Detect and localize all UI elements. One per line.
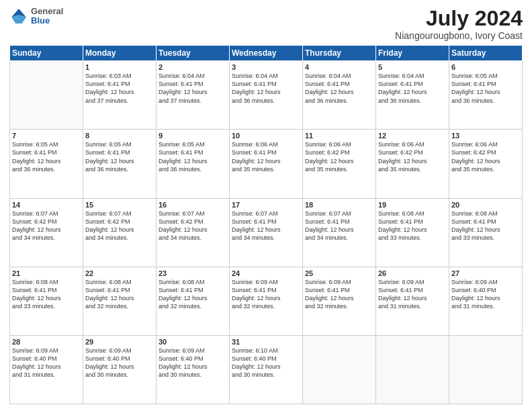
- weekday-sunday: Sunday: [10, 46, 83, 61]
- calendar-cell: 14Sunrise: 6:07 AM Sunset: 6:42 PM Dayli…: [10, 198, 83, 267]
- day-number: 2: [159, 63, 227, 71]
- cell-info: Sunrise: 6:09 AM Sunset: 6:41 PM Dayligh…: [305, 278, 373, 311]
- calendar-cell: 1Sunrise: 6:03 AM Sunset: 6:41 PM Daylig…: [83, 61, 157, 130]
- day-number: 15: [85, 201, 154, 209]
- day-number: 24: [232, 269, 300, 277]
- cell-info: Sunrise: 6:07 AM Sunset: 6:41 PM Dayligh…: [305, 210, 373, 242]
- calendar-cell: 23Sunrise: 6:08 AM Sunset: 6:41 PM Dayli…: [157, 267, 230, 335]
- cell-info: Sunrise: 6:07 AM Sunset: 6:42 PM Dayligh…: [159, 210, 227, 242]
- day-number: 1: [85, 63, 154, 71]
- day-number: 18: [305, 201, 373, 209]
- calendar-cell: 21Sunrise: 6:08 AM Sunset: 6:41 PM Dayli…: [10, 267, 83, 335]
- calendar-cell: 2Sunrise: 6:04 AM Sunset: 6:41 PM Daylig…: [157, 61, 230, 130]
- calendar-cell: [449, 335, 523, 404]
- calendar-cell: 27Sunrise: 6:09 AM Sunset: 6:40 PM Dayli…: [449, 267, 523, 335]
- calendar-cell: 25Sunrise: 6:09 AM Sunset: 6:41 PM Dayli…: [303, 267, 376, 335]
- weekday-tuesday: Tuesday: [157, 46, 230, 61]
- cell-info: Sunrise: 6:03 AM Sunset: 6:41 PM Dayligh…: [85, 72, 154, 105]
- cell-info: Sunrise: 6:06 AM Sunset: 6:42 PM Dayligh…: [378, 140, 447, 173]
- cell-info: Sunrise: 6:06 AM Sunset: 6:41 PM Dayligh…: [232, 140, 300, 173]
- logo-blue: Blue: [31, 16, 63, 26]
- title-block: July 2024 Niangourougbono, Ivory Coast: [395, 7, 523, 41]
- logo-text: General Blue: [31, 7, 63, 26]
- logo: General Blue: [9, 7, 63, 26]
- day-number: 30: [159, 338, 227, 346]
- calendar-cell: 11Sunrise: 6:06 AM Sunset: 6:42 PM Dayli…: [303, 130, 376, 198]
- calendar-cell: 6Sunrise: 6:05 AM Sunset: 6:41 PM Daylig…: [449, 61, 523, 130]
- cell-info: Sunrise: 6:09 AM Sunset: 6:40 PM Dayligh…: [85, 347, 154, 379]
- calendar-cell: 15Sunrise: 6:07 AM Sunset: 6:42 PM Dayli…: [83, 198, 157, 267]
- day-number: 29: [85, 338, 154, 346]
- cell-info: Sunrise: 6:08 AM Sunset: 6:41 PM Dayligh…: [12, 278, 81, 311]
- calendar-cell: 29Sunrise: 6:09 AM Sunset: 6:40 PM Dayli…: [83, 335, 157, 404]
- weekday-thursday: Thursday: [303, 46, 376, 61]
- day-number: 4: [305, 63, 373, 71]
- calendar-cell: 4Sunrise: 6:04 AM Sunset: 6:41 PM Daylig…: [303, 61, 376, 130]
- header: General Blue July 2024 Niangourougbono, …: [9, 7, 523, 41]
- calendar-week-4: 28Sunrise: 6:09 AM Sunset: 6:40 PM Dayli…: [10, 335, 523, 404]
- day-number: 7: [12, 132, 81, 140]
- calendar-cell: 3Sunrise: 6:04 AM Sunset: 6:41 PM Daylig…: [230, 61, 303, 130]
- calendar-cell: 20Sunrise: 6:08 AM Sunset: 6:41 PM Dayli…: [449, 198, 523, 267]
- day-number: 12: [378, 132, 447, 140]
- cell-info: Sunrise: 6:04 AM Sunset: 6:41 PM Dayligh…: [305, 72, 373, 105]
- day-number: 14: [12, 201, 81, 209]
- day-number: 21: [12, 269, 81, 277]
- cell-info: Sunrise: 6:07 AM Sunset: 6:42 PM Dayligh…: [12, 210, 81, 242]
- weekday-saturday: Saturday: [449, 46, 523, 61]
- page: General Blue July 2024 Niangourougbono, …: [0, 0, 532, 411]
- subtitle: Niangourougbono, Ivory Coast: [395, 30, 523, 41]
- calendar-cell: 30Sunrise: 6:09 AM Sunset: 6:40 PM Dayli…: [157, 335, 230, 404]
- day-number: 22: [85, 269, 154, 277]
- weekday-row: SundayMondayTuesdayWednesdayThursdayFrid…: [10, 46, 523, 61]
- calendar: SundayMondayTuesdayWednesdayThursdayFrid…: [9, 45, 523, 404]
- cell-info: Sunrise: 6:09 AM Sunset: 6:41 PM Dayligh…: [232, 278, 300, 311]
- cell-info: Sunrise: 6:05 AM Sunset: 6:41 PM Dayligh…: [12, 140, 81, 173]
- cell-info: Sunrise: 6:07 AM Sunset: 6:41 PM Dayligh…: [232, 210, 300, 242]
- day-number: 17: [232, 201, 300, 209]
- cell-info: Sunrise: 6:05 AM Sunset: 6:41 PM Dayligh…: [159, 140, 227, 173]
- calendar-cell: 10Sunrise: 6:06 AM Sunset: 6:41 PM Dayli…: [230, 130, 303, 198]
- cell-info: Sunrise: 6:10 AM Sunset: 6:40 PM Dayligh…: [232, 347, 300, 379]
- cell-info: Sunrise: 6:09 AM Sunset: 6:40 PM Dayligh…: [451, 278, 520, 311]
- calendar-cell: 18Sunrise: 6:07 AM Sunset: 6:41 PM Dayli…: [303, 198, 376, 267]
- calendar-cell: [376, 335, 449, 404]
- day-number: 8: [85, 132, 154, 140]
- calendar-cell: 22Sunrise: 6:08 AM Sunset: 6:41 PM Dayli…: [83, 267, 157, 335]
- cell-info: Sunrise: 6:05 AM Sunset: 6:41 PM Dayligh…: [85, 140, 154, 173]
- day-number: 19: [378, 201, 447, 209]
- calendar-cell: 16Sunrise: 6:07 AM Sunset: 6:42 PM Dayli…: [157, 198, 230, 267]
- day-number: 31: [232, 338, 300, 346]
- cell-info: Sunrise: 6:08 AM Sunset: 6:41 PM Dayligh…: [85, 278, 154, 311]
- cell-info: Sunrise: 6:08 AM Sunset: 6:41 PM Dayligh…: [451, 210, 520, 242]
- cell-info: Sunrise: 6:05 AM Sunset: 6:41 PM Dayligh…: [451, 72, 520, 105]
- cell-info: Sunrise: 6:09 AM Sunset: 6:41 PM Dayligh…: [378, 278, 447, 311]
- day-number: 9: [159, 132, 227, 140]
- main-title: July 2024: [395, 7, 523, 30]
- calendar-cell: 28Sunrise: 6:09 AM Sunset: 6:40 PM Dayli…: [10, 335, 83, 404]
- calendar-body: 1Sunrise: 6:03 AM Sunset: 6:41 PM Daylig…: [10, 61, 523, 404]
- day-number: 28: [12, 338, 81, 346]
- calendar-cell: 19Sunrise: 6:08 AM Sunset: 6:41 PM Dayli…: [376, 198, 449, 267]
- weekday-friday: Friday: [376, 46, 449, 61]
- cell-info: Sunrise: 6:07 AM Sunset: 6:42 PM Dayligh…: [85, 210, 154, 242]
- day-number: 3: [232, 63, 300, 71]
- calendar-cell: 17Sunrise: 6:07 AM Sunset: 6:41 PM Dayli…: [230, 198, 303, 267]
- calendar-cell: 13Sunrise: 6:06 AM Sunset: 6:42 PM Dayli…: [449, 130, 523, 198]
- cell-info: Sunrise: 6:08 AM Sunset: 6:41 PM Dayligh…: [159, 278, 227, 311]
- cell-info: Sunrise: 6:08 AM Sunset: 6:41 PM Dayligh…: [378, 210, 447, 242]
- cell-info: Sunrise: 6:06 AM Sunset: 6:42 PM Dayligh…: [451, 140, 520, 173]
- day-number: 25: [305, 269, 373, 277]
- day-number: 27: [451, 269, 520, 277]
- logo-icon: [9, 7, 28, 26]
- day-number: 23: [159, 269, 227, 277]
- day-number: 6: [451, 63, 520, 71]
- calendar-week-0: 1Sunrise: 6:03 AM Sunset: 6:41 PM Daylig…: [10, 61, 523, 130]
- calendar-cell: 7Sunrise: 6:05 AM Sunset: 6:41 PM Daylig…: [10, 130, 83, 198]
- calendar-cell: 8Sunrise: 6:05 AM Sunset: 6:41 PM Daylig…: [83, 130, 157, 198]
- cell-info: Sunrise: 6:09 AM Sunset: 6:40 PM Dayligh…: [12, 347, 81, 379]
- day-number: 16: [159, 201, 227, 209]
- calendar-cell: [303, 335, 376, 404]
- calendar-cell: 26Sunrise: 6:09 AM Sunset: 6:41 PM Dayli…: [376, 267, 449, 335]
- cell-info: Sunrise: 6:04 AM Sunset: 6:41 PM Dayligh…: [159, 72, 227, 105]
